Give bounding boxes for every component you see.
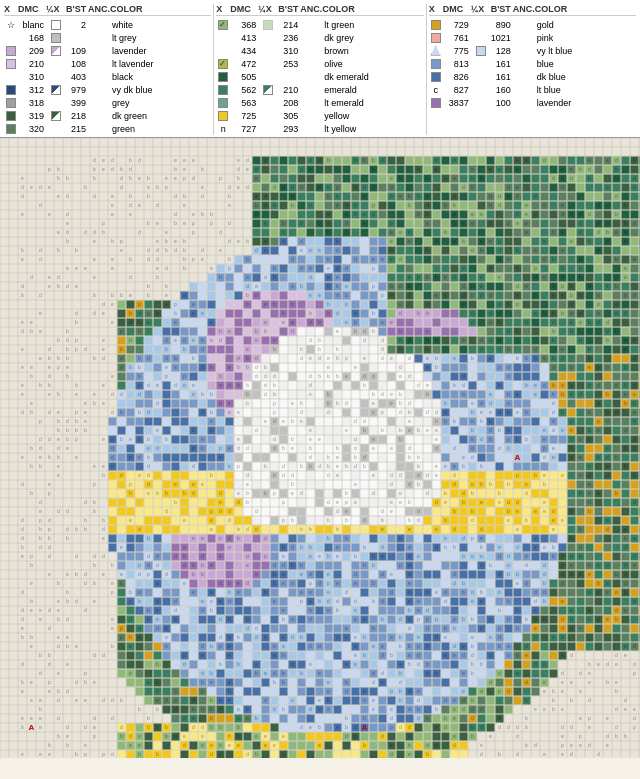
legend-header-2: X DMC ¼X B'ST ANC. COLOR [216, 4, 423, 16]
list-item: 368 214 lt green [216, 18, 423, 31]
list-item: 310 403 black [4, 70, 211, 83]
header-bst: B'ST [66, 4, 88, 14]
header-dmc: DMC [18, 4, 46, 14]
header-anc: ANC. [88, 4, 110, 14]
header-x: X [4, 4, 18, 14]
list-item: 318 399 grey [4, 96, 211, 109]
list-item: 563 208 lt emerald [216, 96, 423, 109]
list-item: 413 236 dk grey [216, 31, 423, 44]
list-item: 320 215 green [4, 122, 211, 135]
list-item: n 727 293 lt yellow [216, 122, 423, 135]
list-item: 725 305 yellow [216, 109, 423, 122]
legend-header-3: X DMC ¼X B'ST ANC. COLOR [429, 4, 636, 16]
legend-column-2: X DMC ¼X B'ST ANC. COLOR 368 214 lt gree… [213, 4, 425, 135]
list-item: 761 1021 pink [429, 31, 636, 44]
list-item: ☆ blanc 2 white [4, 18, 211, 31]
legend-column-3: X DMC ¼X B'ST ANC. COLOR 729 890 gold 76… [426, 4, 638, 135]
list-item: c 827 160 lt blue [429, 83, 636, 96]
list-item: 775 128 vy lt blue [429, 44, 636, 57]
header-color: COLOR [110, 4, 165, 14]
list-item: 505 dk emerald [216, 70, 423, 83]
list-item: 813 161 blue [429, 57, 636, 70]
chart-area [0, 138, 640, 758]
legend-section: X DMC ¼X B'ST ANC. COLOR ☆ blanc 2 white… [0, 0, 640, 138]
list-item: 3837 100 lavender [429, 96, 636, 109]
list-item: 826 161 dk blue [429, 70, 636, 83]
list-item: 434 310 brown [216, 44, 423, 57]
list-item: 312 979 vy dk blue [4, 83, 211, 96]
list-item: 319 218 dk green [4, 109, 211, 122]
list-item: 472 253 olive [216, 57, 423, 70]
legend-column-1: X DMC ¼X B'ST ANC. COLOR ☆ blanc 2 white… [2, 4, 213, 135]
list-item: 729 890 gold [429, 18, 636, 31]
list-item: 562 210 emerald [216, 83, 423, 96]
list-item: 168 lt grey [4, 31, 211, 44]
list-item: 210 108 lt lavender [4, 57, 211, 70]
header-hx: ¼X [46, 4, 66, 14]
legend-header-1: X DMC ¼X B'ST ANC. COLOR [4, 4, 211, 16]
cross-stitch-chart [0, 138, 640, 758]
list-item: 209 109 lavender [4, 44, 211, 57]
